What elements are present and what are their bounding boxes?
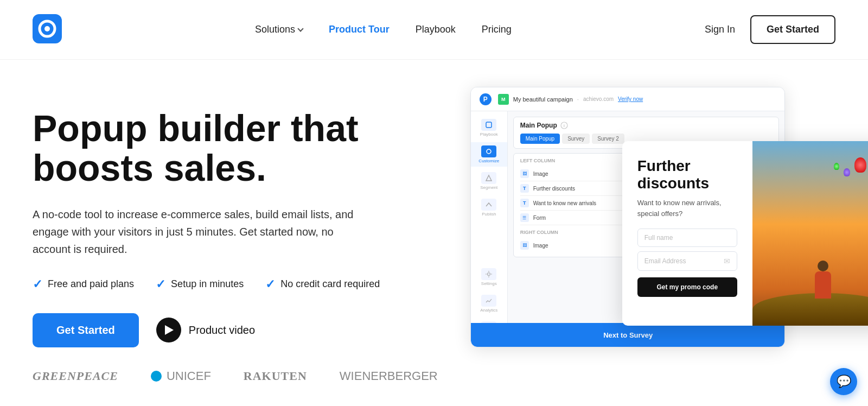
- get-started-nav-button[interactable]: Get Started: [750, 15, 835, 44]
- svg-point-2: [44, 26, 50, 31]
- row-form-label: Form: [533, 215, 546, 221]
- hero-right: P M My beautiful campaign · achievo.com …: [470, 87, 835, 369]
- popup-heading: Further discounts: [637, 157, 737, 192]
- nav-solutions[interactable]: Solutions: [255, 24, 303, 35]
- sidebar-item-publish[interactable]: Publish: [471, 195, 507, 220]
- balloon-1: [854, 157, 866, 173]
- balloon-4: [834, 163, 839, 170]
- brand-wienerberger: wienerberger: [340, 369, 438, 383]
- image-icon: 🖼: [520, 169, 529, 178]
- form-icon: ☰: [520, 213, 529, 222]
- hero-section: Popup builder that boosts sales. A no-co…: [0, 60, 868, 406]
- app-campaign-bar: M My beautiful campaign · achievo.com Ve…: [498, 94, 776, 105]
- next-survey-label: Next to Survey: [603, 331, 653, 339]
- settings-icon: [481, 268, 496, 280]
- image-icon-2: 🖼: [520, 241, 529, 250]
- play-triangle: [165, 325, 174, 335]
- row-arrivals-label: Want to know new arrivals: [533, 200, 596, 206]
- svg-point-5: [488, 273, 490, 276]
- checkmark-icon-1: ✓: [33, 277, 42, 291]
- popup-left: Further discounts Want to know new arriv…: [622, 141, 752, 326]
- checkmark-icon-3: ✓: [265, 277, 275, 291]
- chat-widget[interactable]: 💬: [830, 368, 857, 395]
- main-popup-title: Main Popup: [520, 122, 557, 129]
- row-discounts-label: Further discounts: [533, 186, 575, 192]
- sidebar-label-segment: Segment: [480, 185, 497, 190]
- tab-survey2[interactable]: Survey 2: [592, 134, 624, 144]
- product-video-label: Product video: [189, 324, 255, 337]
- row-image-label: Image: [533, 171, 548, 177]
- hero-actions: Get Started Product video: [33, 313, 438, 347]
- app-campaign-site: ·: [577, 96, 579, 103]
- brand-rakuten: Rakuten: [244, 369, 307, 383]
- publish-icon: [481, 199, 496, 211]
- person-head: [818, 261, 828, 271]
- nav-right: Sign In Get Started: [705, 15, 835, 44]
- app-campaign-site-text: achievo.com: [583, 96, 614, 102]
- chevron-down-icon: [297, 26, 303, 31]
- check-label-3: No credit card required: [280, 278, 380, 290]
- nav-playbook[interactable]: Playbook: [416, 24, 456, 35]
- row-image2-label: Image: [533, 243, 548, 249]
- get-started-hero-button[interactable]: Get Started: [33, 313, 139, 347]
- customize-icon: [481, 145, 496, 157]
- playbook-icon: [481, 119, 496, 131]
- sidebar-item-customize[interactable]: Customize: [471, 142, 507, 167]
- app-topbar: P M My beautiful campaign · achievo.com …: [471, 87, 784, 111]
- app-bottom-bar[interactable]: Next to Survey: [471, 323, 785, 347]
- app-mockup: P M My beautiful campaign · achievo.com …: [470, 87, 835, 369]
- check-label-1: Free and paid plans: [48, 278, 134, 290]
- popup-overlay-card: Further discounts Want to know new arriv…: [622, 141, 868, 326]
- hero-subtitle: A no-code tool to increase e-commerce sa…: [33, 206, 369, 258]
- nav-links: Solutions Product Tour Playbook Pricing: [255, 24, 512, 35]
- check-item-1: ✓ Free and paid plans: [33, 277, 134, 291]
- sidebar-label-publish: Publish: [482, 212, 496, 217]
- balloon-3: [844, 168, 850, 176]
- sidebar-label-playbook: Playbook: [480, 132, 498, 137]
- segment-icon: [481, 172, 496, 184]
- brand-greenpeace: Greenpeace: [33, 369, 118, 383]
- tab-main-popup[interactable]: Main Popup: [520, 134, 560, 144]
- chat-icon: 💬: [837, 375, 851, 389]
- unicef-globe-icon: [151, 371, 162, 382]
- check-item-3: ✓ No credit card required: [265, 277, 380, 291]
- app-verify-link[interactable]: Verify now: [618, 96, 643, 102]
- svg-point-4: [487, 149, 491, 154]
- app-campaign-name: My beautiful campaign: [513, 96, 573, 103]
- sidebar-item-segment[interactable]: Segment: [471, 169, 507, 193]
- person-silhouette: [809, 261, 837, 304]
- sidebar-item-analytics[interactable]: Analytics: [471, 291, 507, 316]
- app-sidebar: Playbook Customize Segment: [471, 111, 508, 347]
- sidebar-item-playbook[interactable]: Playbook: [471, 116, 507, 140]
- sign-in-link[interactable]: Sign In: [705, 24, 735, 35]
- email-icon: ✉: [724, 257, 730, 265]
- popup-desc: Want to know new arrivals, special offer…: [637, 198, 737, 219]
- sidebar-label-settings: Settings: [481, 281, 497, 286]
- popup-name-input[interactable]: Full name: [637, 229, 737, 247]
- navbar: Solutions Product Tour Playbook Pricing …: [0, 0, 868, 60]
- brand-unicef: unicef: [151, 369, 211, 383]
- brands-row: Greenpeace unicef Rakuten wienerberger: [33, 347, 438, 383]
- analytics-icon: [481, 295, 496, 307]
- nav-product-tour[interactable]: Product Tour: [329, 24, 390, 35]
- check-item-2: ✓ Setup in minutes: [156, 277, 244, 291]
- text-icon: T: [520, 184, 529, 193]
- product-video-button[interactable]: Product video: [156, 318, 255, 342]
- nav-pricing[interactable]: Pricing: [482, 24, 512, 35]
- hero-title: Popup builder that boosts sales.: [33, 109, 438, 188]
- svg-text:i: i: [564, 123, 565, 128]
- person-body: [815, 271, 831, 299]
- tab-survey[interactable]: Survey: [562, 134, 590, 144]
- sidebar-label-customize: Customize: [478, 158, 499, 163]
- svg-rect-3: [486, 122, 492, 128]
- check-label-2: Setup in minutes: [171, 278, 244, 290]
- app-campaign-icon: M: [498, 94, 509, 105]
- logo[interactable]: [33, 14, 62, 46]
- sidebar-item-settings[interactable]: Settings: [471, 265, 507, 289]
- popup-email-input[interactable]: Email Address ✉: [637, 251, 737, 271]
- popup-cta-button[interactable]: Get my promo code: [637, 277, 737, 297]
- info-icon: i: [560, 122, 568, 129]
- checkmark-icon-2: ✓: [156, 277, 165, 291]
- hero-checks: ✓ Free and paid plans ✓ Setup in minutes…: [33, 277, 438, 291]
- popup-right-image: [752, 141, 868, 326]
